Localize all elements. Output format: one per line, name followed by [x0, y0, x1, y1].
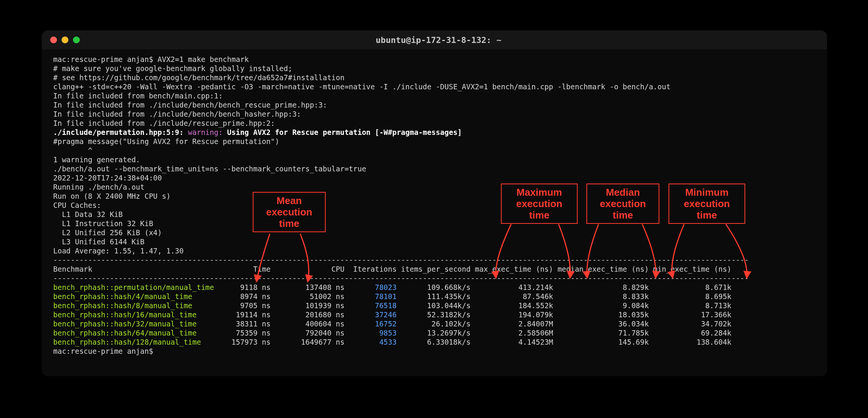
- titlebar: ubuntu@ip-172-31-8-132: ~: [42, 30, 827, 49]
- annotation-median: Medianexecutiontime: [586, 184, 659, 224]
- annotation-mean: Meanexecutiontime: [253, 192, 326, 232]
- annotation-max: Maximumexecutiontime: [501, 184, 578, 224]
- window-title: ubuntu@ip-172-31-8-132: ~: [84, 35, 827, 45]
- close-icon[interactable]: [50, 36, 57, 43]
- minimize-icon[interactable]: [62, 36, 68, 43]
- zoom-icon[interactable]: [73, 36, 80, 43]
- terminal-window: ubuntu@ip-172-31-8-132: ~ mac:rescue-pri…: [42, 30, 827, 376]
- annotation-min: Minimumexecutiontime: [668, 184, 745, 224]
